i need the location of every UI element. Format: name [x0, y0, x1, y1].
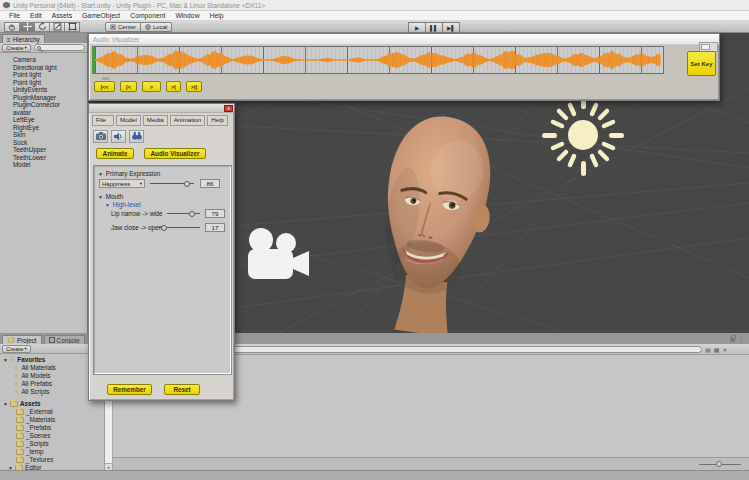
plugin-menu-model[interactable]: Model — [116, 115, 141, 126]
slider-thumb[interactable] — [716, 461, 722, 467]
favorite-search-icon[interactable]: ★ — [722, 346, 727, 353]
hierarchy-item[interactable]: Model — [0, 161, 87, 169]
scroll-down-arrow[interactable]: ▾ — [105, 463, 112, 470]
panel-menu-icon[interactable]: ⋮ — [738, 335, 745, 344]
hierarchy-item[interactable]: PluginManager — [0, 94, 87, 102]
hierarchy-item[interactable]: TeethLower — [0, 154, 87, 162]
hand-tool-button[interactable] — [4, 22, 20, 32]
hierarchy-item[interactable]: Point light — [0, 71, 87, 79]
menu-file[interactable]: File — [4, 12, 25, 19]
happiness-value-field[interactable]: 86 — [200, 179, 220, 188]
hierarchy-item[interactable]: Point light — [0, 79, 87, 87]
lip-value-field[interactable]: 79 — [205, 209, 225, 218]
tree-item[interactable]: _temp — [0, 448, 104, 456]
hierarchy-search-input[interactable] — [34, 44, 85, 51]
menu-gameobject[interactable]: GameObject — [77, 12, 125, 19]
rotate-tool-button[interactable] — [34, 22, 50, 32]
slider-thumb[interactable] — [184, 181, 190, 187]
tree-item[interactable]: _External — [0, 408, 104, 416]
waveform-timeline[interactable] — [92, 46, 664, 74]
plugin-menu-help[interactable]: Help — [207, 115, 228, 126]
pivot-center-button[interactable]: Center — [105, 22, 141, 32]
jaw-value-field[interactable]: 17 — [205, 223, 225, 232]
hierarchy-item[interactable]: Camera — [0, 56, 87, 64]
play-button[interactable]: ▶ — [408, 22, 426, 33]
step-forward-button[interactable]: >| — [166, 81, 181, 92]
audio-visualizer-title: Audio Visualizer — [93, 36, 140, 43]
plugin-menu-animation[interactable]: Animation — [170, 115, 206, 126]
scale-tool-button[interactable] — [49, 22, 65, 32]
go-to-start-button[interactable]: |<< — [94, 81, 115, 92]
plugin-title-bar[interactable]: x — [89, 104, 234, 113]
lip-slider[interactable] — [167, 209, 200, 217]
sun-gizmo-icon[interactable] — [540, 92, 626, 178]
animate-button[interactable]: Animate — [96, 148, 134, 159]
project-create-button[interactable]: Create ▾ — [2, 345, 31, 353]
hierarchy-item[interactable]: PluginConnector — [0, 101, 87, 109]
head-model[interactable] — [370, 110, 498, 334]
menu-assets[interactable]: Assets — [47, 12, 77, 19]
tab-hierarchy[interactable]: ≡ Hierarchy — [2, 34, 45, 43]
plugin-menu-file[interactable]: File — [92, 115, 114, 126]
hierarchy-create-button[interactable]: Create ▾ — [2, 44, 31, 52]
hierarchy-item[interactable]: RightEye — [0, 124, 87, 132]
create-label: Create — [6, 45, 23, 51]
expression-selector[interactable]: Happiness ▾ — [99, 179, 145, 188]
tree-item[interactable]: _Prefabs — [0, 424, 104, 432]
main-toolbar: Center Local ▶ ▌▌ ▶▌ — [0, 21, 749, 33]
hierarchy-item[interactable]: Sock — [0, 139, 87, 147]
search-by-type-icon[interactable]: ▤ — [705, 346, 711, 353]
primary-expression-header[interactable]: ▼ Primary Expression — [98, 170, 160, 177]
tree-item[interactable]: _Scripts — [0, 440, 104, 448]
expand-icon[interactable]: ▼ — [3, 356, 8, 364]
audio-button[interactable] — [111, 130, 126, 143]
menu-component[interactable]: Component — [125, 12, 170, 19]
slider-thumb[interactable] — [189, 211, 195, 217]
step-button[interactable]: ▶▌ — [442, 22, 460, 33]
inspect-button[interactable] — [129, 130, 144, 143]
hierarchy-item[interactable]: UnityEvents — [0, 86, 87, 94]
snapshot-button[interactable] — [93, 130, 108, 143]
go-to-end-label: >|| — [191, 84, 197, 90]
hierarchy-item[interactable]: LeftEye — [0, 116, 87, 124]
search-by-label-icon[interactable]: ▦ — [714, 346, 720, 353]
expand-icon[interactable]: ▼ — [3, 400, 8, 408]
step-back-button[interactable]: |< — [120, 81, 137, 92]
tree-item[interactable]: _Scenes — [0, 432, 104, 440]
tab-console[interactable]: Console — [44, 335, 85, 344]
hierarchy-item[interactable]: avatar — [0, 109, 87, 117]
mouth-header[interactable]: ▼ Mouth — [98, 193, 123, 200]
scrollbar-thumb[interactable] — [701, 44, 710, 50]
menu-edit[interactable]: Edit — [25, 12, 47, 19]
tree-item-assets[interactable]: ▼ Assets — [0, 400, 104, 408]
audio-visualizer-button[interactable]: Audio Visualizer — [144, 148, 206, 159]
plugin-menu-media[interactable]: Media — [143, 115, 168, 126]
play-audio-button[interactable]: > — [142, 81, 161, 92]
menu-window[interactable]: Window — [170, 12, 204, 19]
hierarchy-item[interactable]: TeethUpper — [0, 146, 87, 154]
remember-button[interactable]: Remember — [107, 384, 152, 395]
rect-tool-button[interactable] — [64, 22, 80, 32]
tree-item[interactable]: _Textures — [0, 456, 104, 464]
reset-button[interactable]: Reset — [164, 384, 200, 395]
set-key-button[interactable]: Set Key — [687, 51, 716, 76]
slider-thumb[interactable] — [161, 225, 167, 231]
jaw-slider[interactable] — [158, 223, 200, 231]
high-level-header[interactable]: ▼ High-level — [105, 201, 141, 208]
go-to-end-button[interactable]: >|| — [186, 81, 202, 92]
move-tool-button[interactable] — [19, 22, 35, 32]
lock-icon[interactable] — [730, 338, 735, 342]
camera-gizmo-icon[interactable] — [242, 227, 314, 285]
local-space-button[interactable]: Local — [140, 22, 172, 32]
tab-project[interactable]: Project — [2, 335, 42, 344]
pause-button[interactable]: ▌▌ — [425, 22, 443, 33]
hierarchy-item[interactable]: Directional light — [0, 64, 87, 72]
audio-visualizer-title-bar[interactable]: Audio Visualizer — [89, 34, 719, 45]
hierarchy-item[interactable]: Skin — [0, 131, 87, 139]
close-button[interactable]: x — [224, 105, 233, 112]
asset-zoom-slider[interactable] — [699, 463, 741, 466]
menu-help[interactable]: Help — [205, 12, 229, 19]
happiness-slider[interactable] — [150, 179, 194, 187]
tree-item[interactable]: _Materials — [0, 416, 104, 424]
transport-controls: |<< |< > >| >|| — [94, 81, 202, 92]
